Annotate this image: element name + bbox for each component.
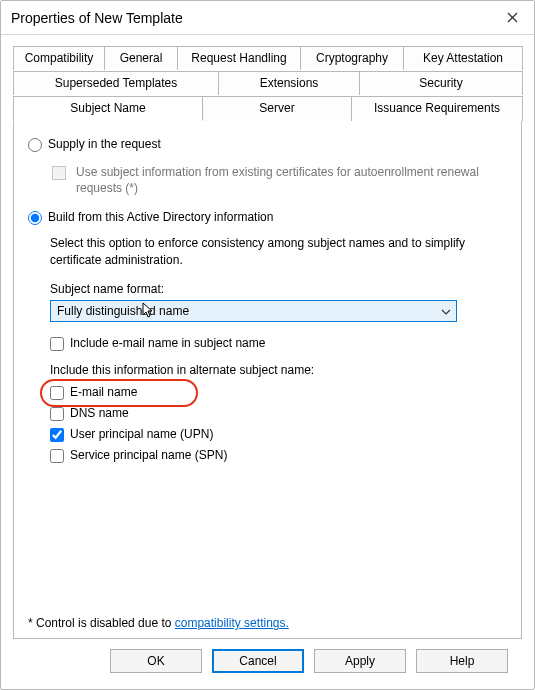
- tab-general[interactable]: General: [104, 46, 178, 70]
- tab-strip: Compatibility General Request Handling C…: [13, 45, 522, 121]
- radio-build-label: Build from this Active Directory informa…: [48, 210, 273, 224]
- title-bar: Properties of New Template: [1, 1, 534, 35]
- dialog-content: Compatibility General Request Handling C…: [1, 35, 534, 689]
- checkbox-dns-name-label: DNS name: [70, 406, 129, 420]
- tab-issuance-requirements[interactable]: Issuance Requirements: [351, 96, 523, 121]
- build-description: Select this option to enforce consistenc…: [50, 235, 507, 267]
- checkbox-email-name[interactable]: [50, 386, 64, 400]
- radio-supply-in-request[interactable]: [28, 138, 42, 152]
- tab-request-handling[interactable]: Request Handling: [177, 46, 301, 70]
- tab-panel-subject-name: Supply in the request Use subject inform…: [13, 121, 522, 639]
- tab-subject-name[interactable]: Subject Name: [13, 96, 203, 121]
- tab-compatibility[interactable]: Compatibility: [13, 46, 105, 70]
- dialog-properties-new-template: Properties of New Template Compatibility…: [0, 0, 535, 690]
- cancel-button[interactable]: Cancel: [212, 649, 304, 673]
- close-button[interactable]: [500, 6, 524, 30]
- tab-superseded-templates[interactable]: Superseded Templates: [13, 71, 219, 95]
- checkbox-use-existing-disabled: [52, 166, 66, 180]
- dialog-button-row: OK Cancel Apply Help: [13, 639, 522, 685]
- apply-button[interactable]: Apply: [314, 649, 406, 673]
- radio-supply-label: Supply in the request: [48, 137, 161, 151]
- footnote: * Control is disabled due to compatibili…: [28, 606, 507, 630]
- checkbox-spn[interactable]: [50, 449, 64, 463]
- checkbox-upn-label: User principal name (UPN): [70, 427, 213, 441]
- tab-cryptography[interactable]: Cryptography: [300, 46, 404, 70]
- tab-server[interactable]: Server: [202, 96, 352, 121]
- ok-button[interactable]: OK: [110, 649, 202, 673]
- checkbox-email-name-label: E-mail name: [70, 385, 137, 399]
- tab-key-attestation[interactable]: Key Attestation: [403, 46, 523, 70]
- radio-build-from-ad[interactable]: [28, 211, 42, 225]
- checkbox-include-email-label: Include e-mail name in subject name: [70, 336, 265, 350]
- help-button[interactable]: Help: [416, 649, 508, 673]
- alt-subject-name-header: Include this information in alternate su…: [50, 363, 507, 377]
- checkbox-dns-name[interactable]: [50, 407, 64, 421]
- supply-sub-text: Use subject information from existing ce…: [76, 164, 507, 196]
- tab-extensions[interactable]: Extensions: [218, 71, 360, 95]
- tab-security[interactable]: Security: [359, 71, 523, 95]
- subject-name-format-combo-wrap: [50, 300, 457, 322]
- checkbox-spn-label: Service principal name (SPN): [70, 448, 227, 462]
- footnote-prefix: * Control is disabled due to: [28, 616, 175, 630]
- checkbox-upn[interactable]: [50, 428, 64, 442]
- close-icon: [507, 12, 518, 23]
- window-title: Properties of New Template: [11, 10, 183, 26]
- checkbox-include-email-in-subject[interactable]: [50, 337, 64, 351]
- subject-name-format-combo[interactable]: [50, 300, 457, 322]
- subject-name-format-label: Subject name format:: [50, 282, 507, 296]
- compatibility-settings-link[interactable]: compatibility settings.: [175, 616, 289, 630]
- supply-sub-option: Use subject information from existing ce…: [52, 164, 507, 196]
